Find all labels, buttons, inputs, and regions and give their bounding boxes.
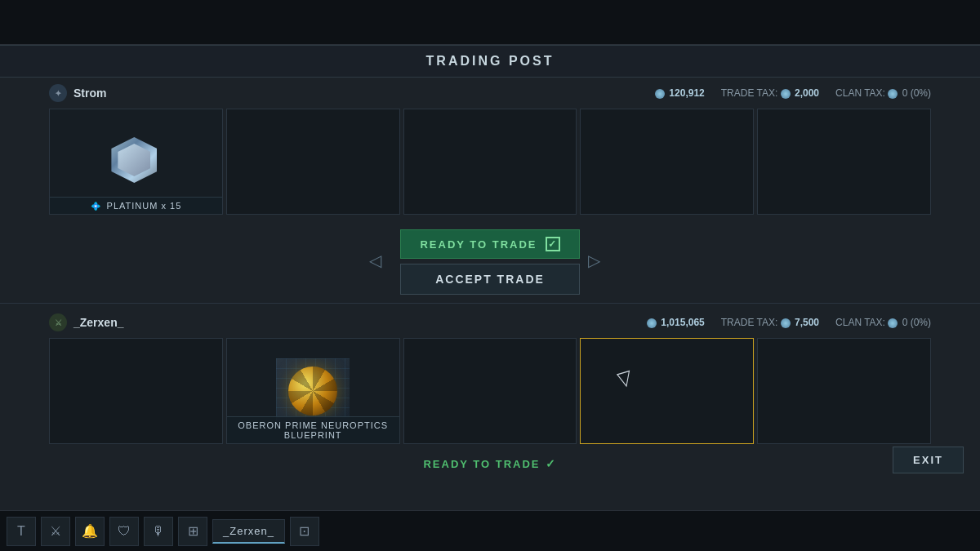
accept-trade-button[interactable]: ACCEPT TRADE bbox=[400, 264, 580, 295]
oberon-bg bbox=[276, 358, 350, 424]
trader1-item-grid: 💠 PLATINUM x 15 bbox=[49, 109, 931, 215]
top-bar bbox=[0, 0, 980, 45]
shield-icon: 🛡 bbox=[118, 524, 131, 539]
item-slot-t1-4[interactable] bbox=[580, 109, 754, 215]
trader1-clan-tax: CLAN TAX: 0 (0%) bbox=[835, 87, 931, 99]
item-slot-oberon[interactable]: OBERON PRIME NEUROPTICS BLUEPRINT bbox=[226, 338, 400, 444]
nav-warframe[interactable]: ⚔ bbox=[41, 517, 70, 546]
mic-icon: 🎙 bbox=[152, 524, 165, 539]
clan-tax-label1: CLAN TAX: bbox=[835, 87, 885, 99]
platinum-visual bbox=[111, 137, 160, 186]
clan-tax-amount1: 0 (0%) bbox=[902, 87, 931, 99]
trade-tax-amount2: 7,500 bbox=[795, 317, 819, 328]
trader1-header: ✦ Strom 120,912 TRADE TAX: 2,000 CLAN TA… bbox=[49, 84, 931, 102]
item-slot-t2-1[interactable] bbox=[49, 338, 223, 444]
trader2-balance: 1,015,065 bbox=[661, 317, 704, 328]
trader1-section: ✦ Strom 120,912 TRADE TAX: 2,000 CLAN TA… bbox=[0, 78, 980, 221]
trading-area: TRADING POST ✦ Strom 120,912 TRADE TAX: … bbox=[0, 45, 980, 518]
ready-label: READY TO TRADE bbox=[420, 238, 537, 251]
trader1-name-row: ✦ Strom bbox=[49, 84, 106, 102]
exit-button[interactable]: EXIT bbox=[893, 447, 964, 473]
ready-checkmark: ✓ bbox=[546, 237, 560, 251]
nav-alert[interactable]: 🔔 bbox=[75, 517, 105, 546]
settings-icon: ⊡ bbox=[299, 523, 310, 539]
trader1-balance-display: 120,912 bbox=[655, 87, 705, 99]
item-slot-t2-selected[interactable]: ▷ bbox=[580, 338, 754, 444]
action-area: ◁ READY TO TRADE ✓ ACCEPT TRADE ▷ bbox=[0, 221, 980, 303]
item-slot-t1-3[interactable] bbox=[403, 109, 577, 215]
section-divider bbox=[0, 303, 980, 304]
nav-shield[interactable]: 🛡 bbox=[109, 517, 139, 546]
trader2-header: ⚔ _Zerxen_ 1,015,065 TRADE TAX: 7,500 CL… bbox=[49, 313, 931, 331]
trader1-icon: ✦ bbox=[49, 84, 67, 102]
chat-icon: T bbox=[17, 524, 25, 539]
nav-username: _Zerxen_ bbox=[212, 519, 285, 544]
plat-icon-t1 bbox=[655, 89, 665, 99]
cursor-arrow-icon: ▷ bbox=[614, 362, 630, 389]
platinum-item-label: PLATINUM x 15 bbox=[107, 201, 182, 211]
trader2-trade-tax: TRADE TAX: 7,500 bbox=[721, 317, 819, 328]
trader2-section: ⚔ _Zerxen_ 1,015,065 TRADE TAX: 7,500 CL… bbox=[0, 307, 980, 451]
warframe-icon: ⚔ bbox=[50, 523, 61, 539]
trader2-ready-status: READY TO TRADE ✓ bbox=[423, 457, 556, 470]
item-slot-t2-5[interactable] bbox=[757, 338, 931, 444]
nav-chat[interactable]: T bbox=[7, 517, 36, 546]
oberon-item-label: OBERON PRIME NEUROPTICS BLUEPRINT bbox=[238, 420, 388, 440]
plat-icon-clan1 bbox=[888, 89, 898, 99]
bottom-ready-area: READY TO TRADE ✓ bbox=[0, 451, 980, 477]
oberon-visual bbox=[276, 358, 350, 424]
bottom-nav: T ⚔ 🔔 🛡 🎙 ⊞ _Zerxen_ ⊡ bbox=[0, 510, 980, 551]
item-label-platinum: 💠 PLATINUM x 15 bbox=[50, 197, 222, 214]
trade-tax-label1: TRADE TAX: bbox=[721, 87, 778, 99]
trader1-balance: 120,912 bbox=[669, 87, 704, 99]
nav-mic[interactable]: 🎙 bbox=[144, 517, 173, 546]
plat-icon-tax2 bbox=[781, 318, 791, 328]
nav-profile[interactable]: ⊞ bbox=[178, 517, 207, 546]
trader2-ready-check: ✓ bbox=[546, 457, 557, 470]
item-slot-t2-3[interactable] bbox=[403, 338, 577, 444]
trader2-stats: 1,015,065 TRADE TAX: 7,500 CLAN TAX: 0 (… bbox=[647, 317, 931, 328]
trader2-item-grid: OBERON PRIME NEUROPTICS BLUEPRINT ▷ bbox=[49, 338, 931, 444]
trader2-clan-tax: CLAN TAX: 0 (0%) bbox=[835, 317, 931, 328]
title-bar: TRADING POST bbox=[0, 45, 980, 78]
item-slot-t1-5[interactable] bbox=[757, 109, 931, 215]
plat-small-icon: 💠 bbox=[91, 202, 101, 211]
trader1-name: Strom bbox=[74, 87, 106, 100]
ready-to-trade-button[interactable]: READY TO TRADE ✓ bbox=[400, 229, 580, 259]
plat-icon-t2 bbox=[647, 318, 657, 328]
plat-icon-tax1 bbox=[781, 89, 791, 99]
item-slot-platinum[interactable]: 💠 PLATINUM x 15 bbox=[49, 109, 223, 215]
trader1-trade-tax: TRADE TAX: 2,000 bbox=[721, 87, 819, 99]
arrow-left-icon: ◁ bbox=[369, 251, 392, 273]
nav-settings[interactable]: ⊡ bbox=[290, 517, 319, 546]
username-display: _Zerxen_ bbox=[223, 525, 274, 537]
trader2-icon: ⚔ bbox=[49, 313, 67, 331]
item-label-oberon: OBERON PRIME NEUROPTICS BLUEPRINT bbox=[227, 416, 399, 443]
trader1-stats: 120,912 TRADE TAX: 2,000 CLAN TAX: 0 (0%… bbox=[655, 87, 931, 99]
page-title: TRADING POST bbox=[426, 54, 555, 68]
trader2-name: _Zerxen_ bbox=[74, 316, 123, 329]
exit-label: EXIT bbox=[913, 454, 943, 466]
trade-tax-amount1: 2,000 bbox=[795, 87, 819, 99]
clan-tax-amount2: 0 (0%) bbox=[902, 317, 931, 328]
trade-tax-label2: TRADE TAX: bbox=[721, 317, 778, 328]
trader2-ready-label: READY TO TRADE bbox=[423, 458, 540, 470]
trader2-balance-display: 1,015,065 bbox=[647, 317, 705, 328]
profile-icon: ⊞ bbox=[188, 523, 198, 539]
clan-tax-label2: CLAN TAX: bbox=[835, 317, 885, 328]
item-slot-t1-2[interactable] bbox=[226, 109, 400, 215]
plat-icon-clan2 bbox=[888, 318, 898, 328]
arrow-right-icon: ▷ bbox=[588, 251, 611, 273]
alert-icon: 🔔 bbox=[82, 523, 98, 539]
accept-label: ACCEPT TRADE bbox=[435, 273, 545, 286]
platinum-shape bbox=[111, 137, 157, 183]
oberon-ball bbox=[288, 367, 337, 415]
trader2-name-row: ⚔ _Zerxen_ bbox=[49, 313, 123, 331]
